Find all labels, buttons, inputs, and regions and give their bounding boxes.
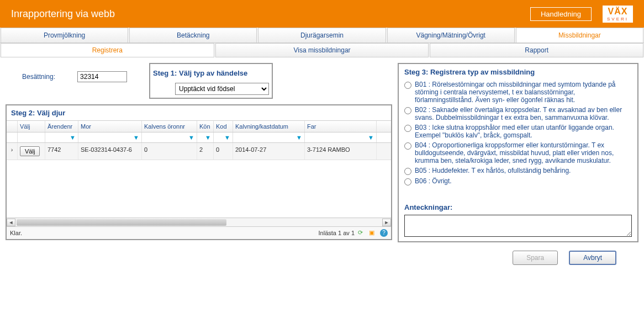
tab-missbildningar[interactable]: Missbildningar	[516, 28, 643, 43]
table-row[interactable]: › Välj 7742 SE-032314-0437-6 0 2 0 2014-…	[7, 143, 391, 160]
scroll-left-icon[interactable]: ◄	[7, 219, 15, 226]
subtab-visa[interactable]: Visa missbildningar	[215, 43, 429, 57]
subtab-rapport[interactable]: Rapport	[430, 43, 643, 57]
handledning-button[interactable]: Handledning	[530, 7, 592, 21]
col-header-mor[interactable]: Mor	[78, 121, 142, 132]
radio-b02-label: B02 : Saknade eller övertaliga kroppsdel…	[415, 106, 632, 121]
cell-arendenr: 7742	[45, 143, 78, 160]
radio-b05-label: B05 : Huddefekter. T ex hårlös, ofullstä…	[415, 167, 571, 174]
help-icon[interactable]: ?	[380, 229, 388, 237]
step2-title: Steg 2: Välj djur	[7, 105, 391, 120]
subtab-registrera[interactable]: Registrera	[1, 43, 214, 57]
radio-b06-label: B06 : Övrigt.	[415, 177, 452, 185]
valj-button[interactable]: Välj	[20, 146, 40, 156]
cell-kon: 2	[197, 143, 214, 160]
tab-provmjolkning[interactable]: Provmjölkning	[1, 28, 128, 43]
col-header-kalvning[interactable]: Kalvning/kastdatum	[233, 121, 305, 132]
tab-betackning[interactable]: Betäckning	[129, 28, 257, 43]
filter-icon[interactable]: ▼	[188, 134, 194, 141]
filter-icon[interactable]: ▼	[296, 134, 302, 141]
radio-b03[interactable]	[404, 125, 411, 132]
logo: VÄX SVERI	[603, 6, 633, 23]
radio-b03-label: B03 : Icke slutna kroppshålor med eller …	[415, 124, 632, 139]
filter-icon[interactable]: ▼	[70, 134, 76, 141]
sub-tabs: Registrera Visa missbildningar Rapport	[0, 43, 644, 57]
cell-kalvens: 0	[142, 143, 197, 160]
grid-status: Klar.	[10, 230, 22, 236]
step2-panel: Steg 2: Välj djur Välj Ärendenr Mor Kalv…	[6, 104, 392, 240]
spara-button[interactable]: Spara	[513, 251, 558, 265]
logo-subtext: SVERI	[607, 17, 629, 22]
besattning-label: Besättning:	[22, 73, 55, 81]
anteckningar-input[interactable]	[404, 215, 632, 237]
radio-b04-label: B04 : Oproportionerliga kroppsformer ell…	[415, 141, 632, 165]
filter-icon[interactable]: ▼	[224, 134, 230, 141]
export-icon[interactable]: ▣	[369, 229, 377, 237]
col-header-kod[interactable]: Kod	[214, 121, 233, 132]
col-header-valj[interactable]: Välj	[18, 121, 45, 132]
step1-select[interactable]: Upptäckt vid födsel	[175, 83, 269, 95]
cell-kalvning: 2014-07-27	[233, 143, 305, 160]
avbryt-button[interactable]: Avbryt	[569, 251, 616, 265]
step3-panel: Steg 3: Registrera typ av missbildning B…	[398, 63, 638, 242]
app-header: Inrapportering via webb Handledning VÄX …	[0, 0, 644, 28]
radio-b05[interactable]	[404, 168, 411, 175]
tab-vagning[interactable]: Vägning/Mätning/Övrigt	[387, 28, 515, 43]
col-header-arendenr[interactable]: Ärendenr	[45, 121, 78, 132]
grid-count: Inlästa 1 av 1	[319, 230, 355, 236]
animal-grid: Välj Ärendenr Mor Kalvens öronnr Kön Kod…	[7, 120, 391, 239]
radio-b06[interactable]	[404, 178, 411, 185]
logo-text: VÄX	[608, 7, 628, 17]
cell-kod: 0	[214, 143, 233, 160]
scroll-thumb[interactable]	[17, 219, 226, 226]
horizontal-scrollbar[interactable]: ◄ ►	[7, 217, 391, 226]
cell-mor: SE-032314-0437-6	[78, 143, 142, 160]
col-header-kon[interactable]: Kön	[197, 121, 214, 132]
app-title: Inrapportering via webb	[11, 8, 115, 20]
col-header-far[interactable]: Far	[305, 121, 377, 132]
filter-icon[interactable]: ▼	[205, 134, 211, 141]
anteckningar-label: Anteckningar:	[404, 203, 632, 215]
filter-icon[interactable]: ▼	[368, 134, 374, 141]
radio-b01-label: B01 : Rörelsestörningar och missbildning…	[415, 81, 632, 104]
step3-title: Steg 3: Registrera typ av missbildning	[404, 67, 632, 79]
step1-panel: Steg 1: Välj typ av händelse Upptäckt vi…	[149, 63, 273, 99]
col-header-kalvens[interactable]: Kalvens öronnr	[142, 121, 197, 132]
cell-far: 3-7124 RAMBO	[305, 143, 377, 160]
expand-icon[interactable]: ›	[7, 143, 18, 160]
refresh-icon[interactable]: ⟳	[358, 229, 366, 237]
filter-icon[interactable]: ▼	[133, 134, 139, 141]
step1-title: Steg 1: Välj typ av händelse	[153, 67, 269, 79]
radio-b04[interactable]	[404, 142, 411, 150]
radio-b02[interactable]	[404, 107, 411, 114]
scroll-right-icon[interactable]: ►	[382, 219, 391, 226]
tab-djuragarsemin[interactable]: Djurägarsemin	[258, 28, 386, 43]
radio-b01[interactable]	[404, 82, 411, 89]
besattning-input[interactable]	[77, 71, 127, 82]
main-tabs: Provmjölkning Betäckning Djurägarsemin V…	[0, 28, 644, 43]
